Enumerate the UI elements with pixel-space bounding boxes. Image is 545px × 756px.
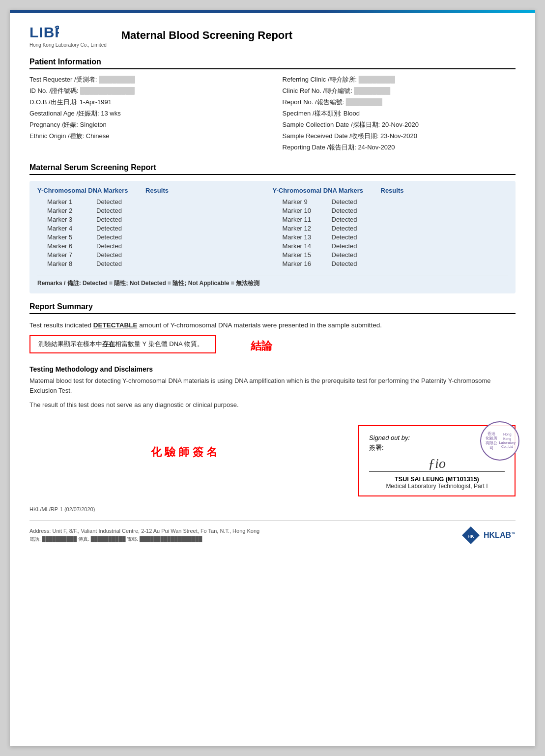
report-summary-section: Report Summary Test results indicated DE…	[29, 302, 516, 357]
signatory-name: TSUI SAI LEUNG (MT101315)	[369, 476, 505, 483]
list-item: Marker 5 Detected	[37, 233, 273, 241]
svg-text:HK: HK	[468, 534, 474, 539]
list-item: Marker 9 Detected	[273, 198, 508, 205]
report-title: Maternal Blood Screening Report	[121, 29, 292, 42]
top-bar	[10, 10, 535, 13]
form-number: HKL/ML/RP-1 (02/07/2020)	[29, 506, 516, 512]
footer-contact: 電話: ██████████ 傳真: ██████████ 電郵: ██████…	[29, 536, 259, 543]
svg-text:LIBRA: LIBRA	[29, 24, 59, 40]
sign-box: 香港化驗所有限公司Hong KongLaboratoryCo., Ltd Sig…	[358, 425, 516, 496]
hklab-diamond-icon: HK	[461, 525, 481, 545]
list-item: Marker 15 Detected	[273, 251, 508, 259]
signature-graphic: ƒio	[428, 456, 446, 471]
conclusion-label: 結論	[251, 339, 272, 353]
chinese-result-text: 測驗結果顯示在樣本中存在相當數量 Y 染色體 DNA 物質。	[38, 340, 207, 349]
patient-row-clinic-ref: Clinic Ref No. /轉介編號: ████████	[283, 87, 516, 95]
signature-line: ƒio	[369, 457, 505, 472]
patient-row-report-no: Report No. /報告編號: ████████	[283, 98, 516, 107]
right-marker-group: Marker 9 Detected Marker 10 Detected Mar…	[273, 198, 508, 269]
methodology-text2: The result of this test does not serve a…	[29, 400, 516, 410]
list-item: Marker 4 Detected	[37, 225, 273, 232]
result-row: 測驗結果顯示在樣本中存在相當數量 Y 染色體 DNA 物質。 結論	[29, 335, 516, 357]
patient-row-pregnancy: Pregnancy /妊娠: Singleton	[29, 120, 263, 129]
remarks: Remarks / 備註: Detected = 陽性; Not Detecte…	[37, 275, 508, 288]
list-item: Marker 8 Detected	[37, 260, 273, 267]
list-item: Marker 6 Detected	[37, 242, 273, 250]
patient-info-right: Referring Clinic /轉介診所: ████████ Clinic …	[283, 75, 516, 154]
col-header-marker-left: Y-Chromosomal DNA Markers	[37, 187, 145, 194]
footer-info: Address: Unit F, 8/F., Valiant Industria…	[29, 528, 259, 543]
company-stamp: 香港化驗所有限公司Hong KongLaboratoryCo., Ltd	[480, 421, 519, 461]
list-item: Marker 13 Detected	[273, 233, 508, 241]
detectable-word: DETECTABLE	[93, 321, 138, 329]
patient-row-specimen: Specimen /樣本類別: Blood	[283, 109, 516, 118]
patient-row-id: ID No. /證件號碼: ████████████	[29, 87, 263, 95]
patient-row-ethnic: Ethnic Origin /種族: Chinese	[29, 132, 263, 141]
col-header-marker-right: Y-Chromosomal DNA Markers	[273, 187, 381, 194]
hklab-logo: HK HKLAB™	[461, 525, 516, 545]
list-item: Marker 7 Detected	[37, 251, 273, 259]
libra-logo-icon: LIBRA	[29, 23, 59, 41]
list-item: Marker 14 Detected	[273, 242, 508, 250]
list-item: Marker 1 Detected	[37, 198, 273, 205]
list-item: Marker 10 Detected	[273, 207, 508, 214]
patient-info-header: Patient Information	[29, 58, 516, 69]
chemist-sign-label: 化 驗 師 簽 名	[29, 425, 339, 460]
list-item: Marker 16 Detected	[273, 260, 508, 267]
patient-row-dob: D.O.B /出生日期: 1-Apr-1991	[29, 98, 263, 107]
col-header-results-left: Results	[145, 187, 224, 194]
logo: LIBRA	[29, 23, 59, 41]
signatory-title: Medical Laboratory Technologist, Part I	[369, 483, 505, 490]
logo-subtitle: Hong Kong Laboratory Co., Limited	[29, 42, 107, 48]
logo-area: LIBRA Hong Kong Laboratory Co., Limited	[29, 23, 107, 48]
report-footer: Address: Unit F, 8/F., Valiant Industria…	[29, 520, 516, 545]
left-marker-group: Marker 1 Detected Marker 2 Detected Mark…	[37, 198, 273, 269]
list-item: Marker 12 Detected	[273, 225, 508, 232]
methodology-section: Testing Methodology and Disclaimers Mate…	[29, 365, 516, 410]
patient-row-gestational: Gestational Age /妊娠期: 13 wks	[29, 109, 263, 118]
patient-row-collection: Sample Collection Date /採樣日期: 20-Nov-202…	[283, 120, 516, 129]
summary-text: Test results indicated DETECTABLE amount…	[29, 320, 516, 331]
summary-header: Report Summary	[29, 302, 516, 314]
list-item: Marker 11 Detected	[273, 216, 508, 223]
marker-rows: Marker 1 Detected Marker 2 Detected Mark…	[37, 198, 508, 269]
footer-address: Address: Unit F, 8/F., Valiant Industria…	[29, 528, 259, 534]
signature-section: 化 驗 師 簽 名 香港化驗所有限公司Hong KongLaboratoryCo…	[29, 425, 516, 496]
screening-header: Maternal Serum Screening Report	[29, 163, 516, 175]
patient-row-clinic: Referring Clinic /轉介診所: ████████	[283, 75, 516, 84]
list-item: Marker 3 Detected	[37, 216, 273, 223]
report-page: LIBRA Hong Kong Laboratory Co., Limited …	[10, 10, 535, 746]
patient-info-left: Test Requester /受測者: ████████ ID No. /證件…	[29, 75, 263, 154]
list-item: Marker 2 Detected	[37, 207, 273, 214]
patient-row-requester: Test Requester /受測者: ████████	[29, 75, 263, 84]
hklab-logo-text: HKLAB™	[484, 531, 516, 540]
methodology-text1: Maternal blood test for detecting Y-chro…	[29, 376, 516, 397]
patient-row-reporting: Reporting Date /報告日期: 24-Nov-2020	[283, 143, 516, 152]
patient-info-grid: Test Requester /受測者: ████████ ID No. /證件…	[29, 75, 516, 154]
result-box: 測驗結果顯示在樣本中存在相當數量 Y 染色體 DNA 物質。	[29, 335, 216, 353]
screening-table: Y-Chromosomal DNA Markers Results Y-Chro…	[29, 181, 516, 293]
chinese-underline-text: 存在	[102, 340, 115, 348]
col-header-results-right: Results	[381, 187, 459, 194]
screening-col-headers: Y-Chromosomal DNA Markers Results Y-Chro…	[37, 187, 508, 194]
report-header: LIBRA Hong Kong Laboratory Co., Limited …	[29, 23, 516, 48]
patient-row-received: Sample Received Date /收樣日期: 23-Nov-2020	[283, 132, 516, 141]
methodology-title: Testing Methodology and Disclaimers	[29, 365, 516, 373]
